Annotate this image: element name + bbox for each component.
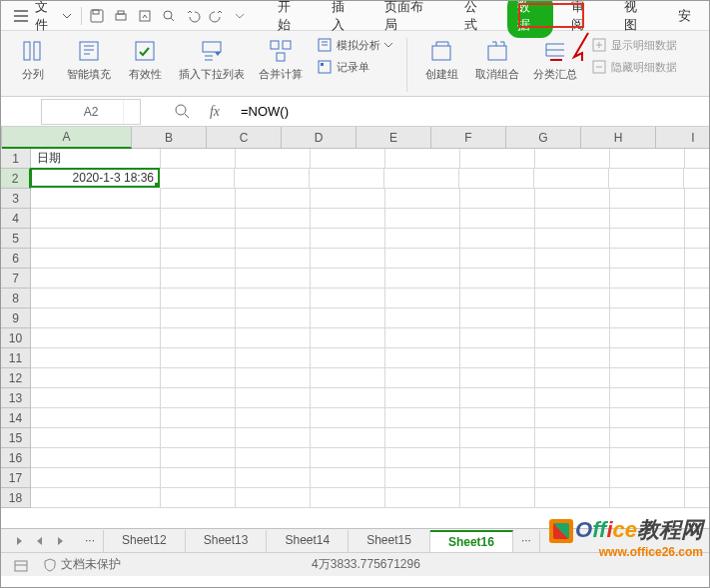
row-header-16[interactable]: 16 <box>1 448 31 468</box>
ribbon-ungroup[interactable]: 取消组合 <box>475 35 519 82</box>
cell-E12[interactable] <box>385 368 460 388</box>
cell-D18[interactable] <box>311 488 385 508</box>
cell-A7[interactable] <box>31 269 161 289</box>
cell-C16[interactable] <box>236 448 311 468</box>
cell-G16[interactable] <box>535 448 610 468</box>
zoom-fx-icon[interactable] <box>171 100 195 124</box>
cell-I13[interactable] <box>685 388 710 408</box>
sheet-tab-12[interactable]: Sheet12 <box>104 530 186 552</box>
row-header-1[interactable]: 1 <box>1 149 31 169</box>
zoom-icon[interactable] <box>157 4 181 28</box>
col-header-E[interactable]: E <box>356 127 431 149</box>
cell-H7[interactable] <box>610 269 685 289</box>
cell-B15[interactable] <box>161 428 236 448</box>
cell-I5[interactable] <box>685 229 710 249</box>
cell-H6[interactable] <box>610 249 685 269</box>
ribbon-whatif[interactable]: 模拟分析 <box>317 35 392 55</box>
cell-B12[interactable] <box>161 368 236 388</box>
cell-G3[interactable] <box>535 189 610 209</box>
cell-F9[interactable] <box>460 308 535 328</box>
row-header-5[interactable]: 5 <box>1 229 31 249</box>
formula-input[interactable] <box>235 101 709 123</box>
cell-G14[interactable] <box>535 408 610 428</box>
cell-B8[interactable] <box>161 289 236 308</box>
document-protection[interactable]: 文档未保护 <box>43 556 121 573</box>
cell-D1[interactable] <box>311 149 385 169</box>
tab-home[interactable]: 开始 <box>268 0 314 38</box>
cell-H17[interactable] <box>610 468 685 488</box>
quick-dropdown[interactable] <box>228 4 252 28</box>
cell-D11[interactable] <box>311 348 385 368</box>
tab-formula[interactable]: 公式 <box>454 0 500 38</box>
ribbon-dropdown-list[interactable]: 插入下拉列表 <box>179 35 245 82</box>
status-mode-icon[interactable] <box>13 557 29 573</box>
cell-G10[interactable] <box>535 328 610 348</box>
col-header-D[interactable]: D <box>282 127 356 149</box>
cell-E7[interactable] <box>385 269 460 289</box>
file-menu[interactable]: 文件 <box>33 0 77 34</box>
cell-B10[interactable] <box>161 328 236 348</box>
cell-F3[interactable] <box>460 189 535 209</box>
menu-icon[interactable] <box>9 4 33 28</box>
cell-C2[interactable] <box>235 169 310 189</box>
col-header-B[interactable]: B <box>132 127 207 149</box>
cell-I8[interactable] <box>685 289 710 308</box>
cell-F5[interactable] <box>460 229 535 249</box>
cell-E13[interactable] <box>385 388 460 408</box>
cell-H14[interactable] <box>610 408 685 428</box>
cell-D15[interactable] <box>311 428 385 448</box>
cell-I1[interactable] <box>685 149 710 169</box>
cell-I16[interactable] <box>685 448 710 468</box>
cell-F17[interactable] <box>460 468 535 488</box>
cell-F6[interactable] <box>460 249 535 269</box>
cell-C6[interactable] <box>236 249 311 269</box>
row-header-3[interactable]: 3 <box>1 189 31 209</box>
cell-C5[interactable] <box>236 229 311 249</box>
cell-D12[interactable] <box>311 368 385 388</box>
row-header-10[interactable]: 10 <box>1 328 31 348</box>
cell-C8[interactable] <box>236 289 311 308</box>
cell-F2[interactable] <box>459 169 534 189</box>
cell-G1[interactable] <box>535 149 610 169</box>
cell-A18[interactable] <box>31 488 161 508</box>
undo-icon[interactable] <box>181 4 205 28</box>
sheet-next-icon[interactable] <box>51 532 69 550</box>
cell-B16[interactable] <box>161 448 236 468</box>
cell-C17[interactable] <box>236 468 311 488</box>
cell-H9[interactable] <box>610 308 685 328</box>
ribbon-hide-detail[interactable]: 隐藏明细数据 <box>591 57 677 77</box>
cell-H11[interactable] <box>610 348 685 368</box>
cell-I12[interactable] <box>685 368 710 388</box>
cell-H10[interactable] <box>610 328 685 348</box>
cell-D8[interactable] <box>311 289 385 308</box>
cell-G7[interactable] <box>535 269 610 289</box>
ribbon-consolidate[interactable]: 合并计算 <box>259 35 303 82</box>
cell-G8[interactable] <box>535 289 610 308</box>
cell-D7[interactable] <box>311 269 385 289</box>
sheet-prev-icon[interactable] <box>31 532 49 550</box>
cell-E14[interactable] <box>385 408 460 428</box>
cell-D16[interactable] <box>311 448 385 468</box>
cell-D6[interactable] <box>311 249 385 269</box>
cell-A10[interactable] <box>31 328 161 348</box>
cell-B1[interactable] <box>161 149 236 169</box>
cell-I3[interactable] <box>685 189 710 209</box>
cell-I6[interactable] <box>685 249 710 269</box>
cells-area[interactable]: 日期2020-1-3 18:36 <box>31 149 710 528</box>
tab-layout[interactable]: 页面布局 <box>374 0 445 38</box>
redo-icon[interactable] <box>205 4 229 28</box>
cell-G4[interactable] <box>535 209 610 229</box>
cell-E15[interactable] <box>385 428 460 448</box>
tab-data[interactable]: 数据 <box>507 0 553 38</box>
tab-insert[interactable]: 插入 <box>322 0 367 38</box>
cell-G12[interactable] <box>535 368 610 388</box>
cell-A9[interactable] <box>31 308 161 328</box>
cell-F11[interactable] <box>460 348 535 368</box>
sheet-tab-16[interactable]: Sheet16 <box>430 530 513 552</box>
cell-H8[interactable] <box>610 289 685 308</box>
cell-G9[interactable] <box>535 308 610 328</box>
cell-A2[interactable]: 2020-1-3 18:36 <box>30 168 160 188</box>
cell-G18[interactable] <box>535 488 610 508</box>
cell-H2[interactable] <box>609 169 684 189</box>
cell-E3[interactable] <box>385 189 460 209</box>
